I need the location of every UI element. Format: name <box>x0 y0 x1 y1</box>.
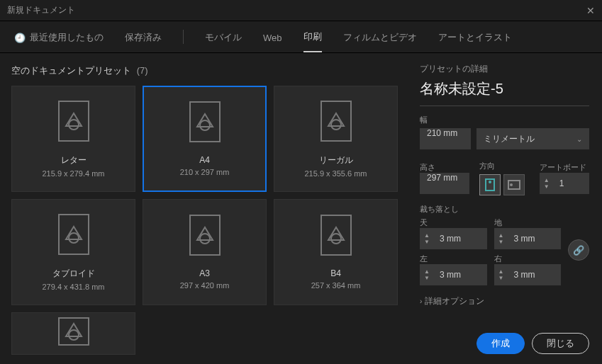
close-button[interactable]: 閉じる <box>532 333 589 354</box>
bleed-label: 裁ち落とし <box>420 204 589 215</box>
orientation-portrait-button[interactable] <box>479 174 501 195</box>
preset-card-name: タブロイド <box>52 268 95 280</box>
height-input[interactable]: 297 mm <box>420 173 469 194</box>
advanced-options-toggle[interactable]: › 詳細オプション <box>420 295 589 307</box>
details-panel: プリセットの詳細 名称未設定-5 幅 210 mm ミリメートル ⌄ 高さ 29… <box>407 53 602 364</box>
bleed-top-label: 天 <box>420 217 487 228</box>
close-icon[interactable]: ✕ <box>586 5 595 16</box>
svg-point-1 <box>69 120 79 130</box>
document-icon <box>189 101 221 142</box>
tab-art[interactable]: アートとイラスト <box>438 21 512 52</box>
tab-mobile[interactable]: モバイル <box>205 21 242 52</box>
preset-card[interactable]: リーガル215.9 x 355.6 mm <box>274 86 398 192</box>
preset-card-dim: 257 x 364 mm <box>311 281 361 290</box>
tab-saved[interactable]: 保存済み <box>125 21 162 52</box>
preset-card-name: A4 <box>199 155 210 165</box>
tab-recent[interactable]: 🕘 最近使用したもの <box>14 21 104 52</box>
tab-web[interactable]: Web <box>263 21 282 52</box>
preset-card[interactable]: タブロイド279.4 x 431.8 mm <box>11 199 135 305</box>
tab-film[interactable]: フィルムとビデオ <box>343 21 417 52</box>
presets-panel: 空のドキュメントプリセット (7) レター215.9 x 279.4 mmA42… <box>0 53 407 364</box>
bleed-bottom-input[interactable]: ▲▼3 mm <box>494 228 562 249</box>
divider <box>183 30 184 44</box>
titlebar: 新規ドキュメント ✕ <box>0 0 602 21</box>
chevron-down-icon: ⌄ <box>576 135 582 143</box>
preset-card-name: リーガル <box>319 154 353 166</box>
bleed-bottom-label: 地 <box>494 217 562 228</box>
preset-card-name: B4 <box>330 268 341 278</box>
height-label: 高さ <box>420 162 469 173</box>
orientation-label: 方向 <box>479 161 529 171</box>
preset-card-dim: 215.9 x 279.4 mm <box>42 169 104 178</box>
presets-count: (7) <box>137 65 148 76</box>
svg-point-9 <box>200 234 210 244</box>
document-icon <box>58 317 89 346</box>
bleed-top-input[interactable]: ▲▼3 mm <box>420 228 487 249</box>
svg-point-17 <box>510 183 513 186</box>
preset-card-dim: 215.9 x 355.6 mm <box>304 169 367 178</box>
document-icon <box>58 214 89 255</box>
svg-point-5 <box>331 120 341 130</box>
portrait-icon <box>485 178 495 191</box>
preset-card[interactable]: A3297 x 420 mm <box>143 199 267 305</box>
unit-select[interactable]: ミリメートル ⌄ <box>476 128 589 149</box>
artboard-label: アートボード <box>540 162 589 173</box>
bleed-right-input[interactable]: ▲▼3 mm <box>494 264 562 285</box>
preset-card[interactable]: A4210 x 297 mm <box>143 86 267 192</box>
svg-point-13 <box>69 330 79 340</box>
preset-card-dim: 210 x 297 mm <box>180 168 230 176</box>
preset-card[interactable] <box>11 312 135 355</box>
details-heading: プリセットの詳細 <box>420 63 589 75</box>
width-input[interactable]: 210 mm <box>420 128 471 149</box>
svg-point-15 <box>489 181 491 183</box>
tab-print[interactable]: 印刷 <box>303 21 322 52</box>
preset-card[interactable]: レター215.9 x 279.4 mm <box>11 86 135 192</box>
link-icon: 🔗 <box>573 245 584 256</box>
document-icon <box>320 215 352 256</box>
document-icon <box>320 101 352 142</box>
presets-heading: 空のドキュメントプリセット <box>11 65 131 76</box>
preset-card[interactable]: B4257 x 364 mm <box>274 199 398 305</box>
clock-icon: 🕘 <box>14 33 26 43</box>
preset-card-dim: 297 x 420 mm <box>180 281 230 290</box>
category-tabs: 🕘 最近使用したもの 保存済み モバイル Web 印刷 フィルムとビデオ アート… <box>0 21 602 53</box>
bleed-left-label: 左 <box>420 254 487 264</box>
bleed-link-button[interactable]: 🔗 <box>568 239 589 261</box>
artboard-stepper[interactable]: ▲▼ 1 <box>540 173 589 194</box>
chevron-right-icon: › <box>420 297 422 305</box>
svg-point-7 <box>69 233 79 243</box>
document-icon <box>58 101 89 142</box>
window-title: 新規ドキュメント <box>7 4 75 16</box>
bleed-right-label: 右 <box>494 254 562 264</box>
create-button[interactable]: 作成 <box>476 333 525 354</box>
width-label: 幅 <box>420 115 589 125</box>
bleed-left-input[interactable]: ▲▼3 mm <box>420 264 487 285</box>
preset-grid: レター215.9 x 279.4 mmA4210 x 297 mmリーガル215… <box>11 86 396 355</box>
svg-point-3 <box>200 120 210 130</box>
preset-card-name: レター <box>61 154 87 166</box>
svg-point-11 <box>331 234 341 244</box>
preset-name[interactable]: 名称未設定-5 <box>420 79 503 98</box>
preset-card-name: A3 <box>199 268 210 278</box>
landscape-icon <box>508 180 520 190</box>
orientation-landscape-button[interactable] <box>503 174 525 195</box>
document-icon <box>189 215 221 256</box>
preset-card-dim: 279.4 x 431.8 mm <box>42 283 104 291</box>
